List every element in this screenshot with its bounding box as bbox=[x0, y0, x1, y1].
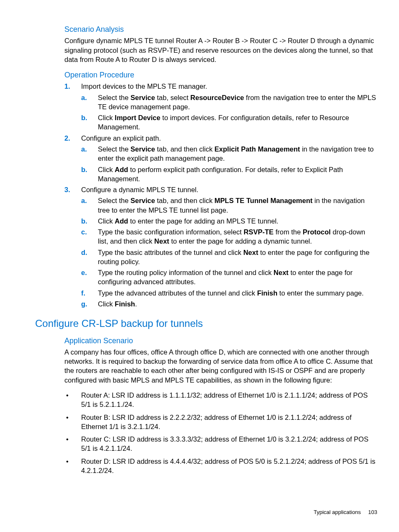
list-marker: e. bbox=[81, 268, 94, 277]
list-item: 3. Configure a dynamic MPLS TE tunnel. a… bbox=[64, 185, 377, 308]
numbered-list: 1. Import devices to the MPLS TE manager… bbox=[35, 82, 377, 308]
list-text: Configure a dynamic MPLS TE tunnel. bbox=[81, 186, 198, 193]
list-marker: d. bbox=[81, 248, 94, 257]
alpha-list: a. Select the Service tab, and then clic… bbox=[81, 144, 377, 183]
list-item: a. Select the Service tab, select Resour… bbox=[81, 93, 377, 112]
heading-application-scenario: Application Scenario bbox=[35, 336, 377, 346]
list-marker: 1. bbox=[64, 82, 77, 91]
list-marker: a. bbox=[81, 144, 94, 154]
list-marker: 2. bbox=[64, 134, 77, 143]
list-marker: c. bbox=[81, 227, 94, 236]
list-item: 1. Import devices to the MPLS TE manager… bbox=[64, 82, 377, 131]
list-marker: f. bbox=[81, 288, 94, 298]
paragraph: Configure dynamic MPLS TE tunnel Router … bbox=[35, 36, 377, 64]
list-item: Router C: LSR ID address is 3.3.3.3/32; … bbox=[64, 434, 377, 453]
list-item: g. Click Finish. bbox=[81, 299, 377, 308]
page-number: 103 bbox=[368, 509, 377, 515]
list-item: 2. Configure an explicit path. a. Select… bbox=[64, 134, 377, 183]
heading-scenario-analysis: Scenario Analysis bbox=[35, 24, 377, 34]
list-item: a. Select the Service tab, and then clic… bbox=[81, 196, 377, 215]
list-marker: 3. bbox=[64, 185, 77, 194]
alpha-list: a. Select the Service tab, select Resour… bbox=[81, 93, 377, 132]
list-item: b. Click Import Device to import devices… bbox=[81, 113, 377, 132]
list-marker: a. bbox=[81, 196, 94, 205]
list-item: a. Select the Service tab, and then clic… bbox=[81, 144, 377, 163]
list-item: Router B: LSR ID address is 2.2.2.2/32; … bbox=[64, 413, 377, 432]
heading-configure-cr-lsp: Configure CR-LSP backup for tunnels bbox=[35, 317, 377, 330]
list-item: e. Type the routing policy information o… bbox=[81, 268, 377, 287]
list-item: Router A: LSR ID address is 1.1.1.1/32; … bbox=[64, 391, 377, 409]
list-marker: g. bbox=[81, 299, 94, 308]
paragraph: A company has four offices, office A thr… bbox=[35, 347, 377, 385]
page-content: Scenario Analysis Configure dynamic MPLS… bbox=[35, 24, 377, 478]
list-item: c. Type the basic configuration informat… bbox=[81, 227, 377, 246]
list-marker: b. bbox=[81, 113, 94, 122]
list-item: b. Click Add to enter the page for addin… bbox=[81, 216, 377, 226]
list-text: Configure an explicit path. bbox=[81, 134, 161, 142]
page-footer: Typical applications 103 bbox=[314, 509, 377, 516]
list-marker: b. bbox=[81, 165, 94, 174]
footer-label: Typical applications bbox=[314, 509, 361, 515]
bullet-list: Router A: LSR ID address is 1.1.1.1/32; … bbox=[35, 391, 377, 475]
list-marker: a. bbox=[81, 93, 94, 102]
heading-operation-procedure: Operation Procedure bbox=[35, 70, 377, 80]
list-item: b. Click Add to perform explicit path co… bbox=[81, 165, 377, 184]
list-item: f. Type the advanced attributes of the t… bbox=[81, 288, 377, 298]
list-item: d. Type the basic attributes of the tunn… bbox=[81, 248, 377, 267]
list-item: Router D: LSR ID address is 4.4.4.4/32; … bbox=[64, 457, 377, 475]
list-text: Import devices to the MPLS TE manager. bbox=[81, 82, 207, 90]
list-marker: b. bbox=[81, 216, 94, 226]
alpha-list: a. Select the Service tab, and then clic… bbox=[81, 196, 377, 308]
